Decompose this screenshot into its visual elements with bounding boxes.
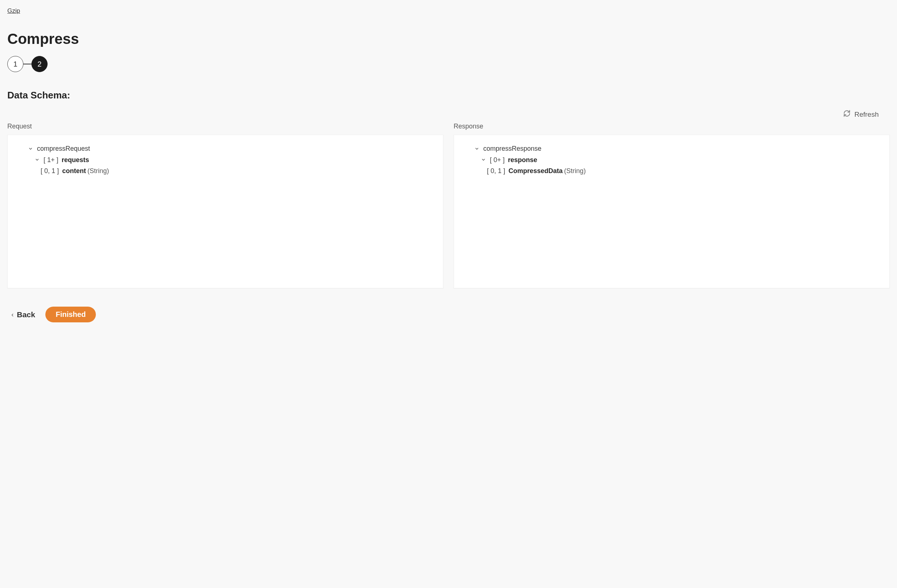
back-label: Back	[17, 310, 35, 319]
tree-node-compresseddata[interactable]: [ 0, 1 ] CompressedData(String)	[461, 165, 883, 177]
node-cardinality: [ 0+ ]	[490, 155, 505, 166]
stepper: 1 2	[7, 56, 890, 72]
node-label: content	[62, 165, 86, 177]
refresh-label: Refresh	[854, 110, 879, 119]
node-type: (String)	[87, 165, 109, 177]
chevron-left-icon	[10, 310, 15, 319]
step-connector	[23, 64, 31, 64]
request-schema-card: compressRequest [ 1+ ] requests [ 0, 1 ]…	[7, 135, 443, 288]
tree-node-content[interactable]: [ 0, 1 ] content(String)	[14, 165, 436, 177]
node-type: (String)	[564, 165, 586, 177]
tree-node-requests[interactable]: [ 1+ ] requests	[14, 155, 436, 166]
breadcrumb-gzip[interactable]: Gzip	[7, 7, 20, 15]
node-label: requests	[62, 155, 89, 166]
refresh-button[interactable]: Refresh	[843, 110, 879, 119]
node-label: response	[508, 155, 537, 166]
node-cardinality: [ 0, 1 ]	[41, 165, 59, 177]
response-column-label: Response	[454, 122, 890, 130]
node-label: CompressedData	[508, 165, 563, 177]
chevron-down-icon	[28, 146, 35, 151]
chevron-down-icon	[475, 146, 481, 151]
back-button[interactable]: Back	[10, 310, 35, 319]
response-schema-card: compressResponse [ 0+ ] response [ 0, 1 …	[454, 135, 890, 288]
section-heading: Data Schema:	[7, 90, 890, 101]
finished-button[interactable]: Finished	[45, 306, 96, 322]
refresh-icon	[843, 110, 851, 119]
step-1[interactable]: 1	[7, 56, 23, 72]
request-column-label: Request	[7, 122, 443, 130]
page-title: Compress	[7, 31, 890, 47]
tree-node-compressresponse[interactable]: compressResponse	[461, 143, 883, 155]
chevron-down-icon	[481, 157, 488, 162]
node-label: compressRequest	[37, 143, 90, 155]
node-label: compressResponse	[483, 143, 542, 155]
tree-node-compressrequest[interactable]: compressRequest	[14, 143, 436, 155]
node-cardinality: [ 0, 1 ]	[487, 165, 505, 177]
step-2[interactable]: 2	[31, 56, 47, 72]
tree-node-response[interactable]: [ 0+ ] response	[461, 155, 883, 166]
node-cardinality: [ 1+ ]	[44, 155, 58, 166]
chevron-down-icon	[35, 157, 41, 162]
